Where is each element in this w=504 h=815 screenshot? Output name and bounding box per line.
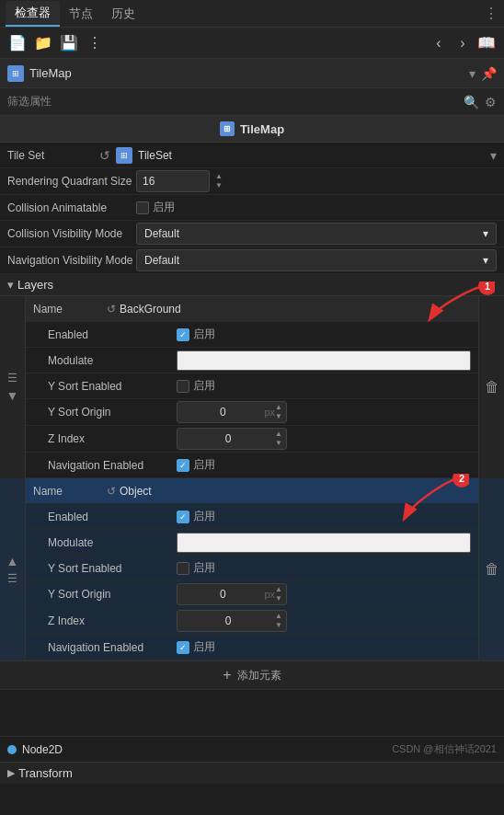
tile-set-label: Tile Set	[7, 149, 99, 162]
tab-nodes[interactable]: 节点	[60, 2, 102, 26]
layer-background-name-row: Name ↺ BackGround 1	[26, 296, 478, 322]
spin-down-icon[interactable]: ▼	[275, 439, 282, 448]
layer-background-nav-value: ✓ 启用	[177, 457, 471, 473]
nav-back-icon[interactable]: ‹	[429, 33, 449, 53]
layer-background-nav-checkbox[interactable]: ✓	[177, 459, 189, 472]
spin-up-icon[interactable]: ▲	[275, 403, 282, 412]
add-element-row[interactable]: + 添加元素	[0, 660, 504, 690]
ysort-origin-spinners[interactable]: ▲ ▼	[275, 403, 282, 421]
layer-object-delete[interactable]: 🗑	[478, 478, 504, 660]
spin-down-icon[interactable]: ▼	[215, 181, 223, 190]
layer-background-modulate-value	[177, 350, 471, 371]
layer-background-modulate-row: Modulate	[26, 348, 478, 373]
rendering-quadrant-size-value: 16 ▲ ▼	[136, 170, 497, 192]
layer-background-ysort-row: Y Sort Enabled 启用	[26, 373, 478, 399]
nav-forward-icon[interactable]: ›	[452, 33, 473, 53]
rendering-quadrant-size-input[interactable]: 16	[136, 170, 210, 192]
obj-zindex-spinners[interactable]: ▲ ▼	[275, 612, 282, 630]
layer-object-nav-checkbox[interactable]: ✓	[177, 641, 189, 654]
check-icon: ✓	[179, 330, 187, 339]
spin-up-icon[interactable]: ▲	[275, 430, 282, 439]
more-options-icon[interactable]: ⋮	[85, 33, 105, 53]
section-header-tilemap: ⊞ TileMap	[0, 116, 504, 143]
layer-background-zindex-value: 0 ▲ ▼	[177, 428, 471, 450]
layer-object-undo-icon[interactable]: ↺	[107, 485, 116, 498]
layer-move-down-icon[interactable]: ▼	[6, 388, 19, 403]
layers-header[interactable]: ▾ Layers	[0, 274, 504, 296]
layer-object-enabled-checkbox[interactable]: ✓	[177, 511, 189, 523]
layer-background-nav-wrap: ✓ 启用	[177, 457, 215, 473]
transform-section[interactable]: ▶ Transform	[0, 762, 504, 784]
doc-icon[interactable]: 📖	[476, 33, 497, 53]
rendering-quadrant-spinners[interactable]: ▲ ▼	[215, 172, 223, 190]
tab-more-icon[interactable]: ⋮	[484, 5, 498, 22]
spin-down-icon[interactable]: ▼	[275, 412, 282, 421]
layer-move-up-icon[interactable]: ☰	[7, 372, 17, 385]
spin-down-icon[interactable]: ▼	[275, 621, 282, 630]
layer-background-ysort-origin-input[interactable]: 0 px ▲ ▼	[177, 401, 287, 423]
properties-scroll-area[interactable]: ⊞ TileMap Tile Set ↺ ⊞ TileSet ▾ Renderi…	[0, 116, 504, 736]
tile-set-control: ↺ ⊞ TileSet ▾	[99, 147, 497, 164]
spin-down-icon[interactable]: ▼	[275, 594, 282, 603]
layers-label: Layers	[17, 278, 53, 292]
layer-background-name-label: Name	[33, 303, 107, 316]
node-selector-dropdown-icon[interactable]: ▾	[469, 66, 475, 81]
layer-object-zindex-input[interactable]: 0 ▲ ▼	[177, 610, 287, 632]
layer-background-ysort-checkbox[interactable]	[177, 380, 189, 393]
node2d-dot	[7, 745, 17, 754]
obj-ysort-origin-spinners[interactable]: ▲ ▼	[275, 585, 282, 603]
layer-object-ysort-checkbox[interactable]	[177, 562, 189, 575]
layer-background-enabled-value: ✓ 启用	[177, 327, 471, 342]
filter-settings-icon[interactable]: ⚙	[485, 95, 497, 109]
open-file-icon[interactable]: 📁	[33, 33, 53, 53]
new-file-icon[interactable]: 📄	[7, 33, 28, 53]
spin-up-icon[interactable]: ▲	[275, 585, 282, 594]
navigation-visibility-mode-dropdown[interactable]: Default ▾	[136, 249, 497, 271]
tilemap-section-icon: ⊞	[220, 121, 235, 136]
layer-background-ysort-origin-label: Y Sort Origin	[48, 406, 177, 419]
layer-background-delete[interactable]: 🗑	[478, 296, 504, 478]
layer-object-ysort-value: 启用	[177, 560, 471, 576]
layer-object-delete-icon[interactable]: 🗑	[485, 561, 499, 578]
transform-toggle-icon[interactable]: ▶	[7, 767, 15, 779]
layer-object-enabled-label: Enabled	[48, 511, 177, 523]
tile-set-undo-icon[interactable]: ↺	[99, 148, 110, 163]
layer-background-ysort-wrap: 启用	[177, 378, 215, 394]
layers-toggle-icon[interactable]: ▾	[7, 278, 14, 292]
layer-background-undo-icon[interactable]: ↺	[107, 303, 116, 316]
add-element-label: 添加元素	[237, 668, 281, 683]
spin-up-icon[interactable]: ▲	[215, 172, 223, 181]
tilemap-icon: ⊞	[7, 65, 24, 82]
layer-object-enabled-text: 启用	[193, 509, 215, 524]
layer-background-enabled-checkbox[interactable]: ✓	[177, 328, 189, 341]
layer-object-nav-wrap: ✓ 启用	[177, 639, 215, 655]
filter-row: 筛选属性 🔍 ⚙	[0, 88, 504, 116]
layer-background-zindex-row: Z Index 0 ▲ ▼	[26, 426, 478, 453]
layer-object-name-value: Object	[120, 485, 152, 498]
navigation-visibility-mode-value: Default ▾	[136, 249, 497, 271]
layer-object-move-icon[interactable]: ☰	[7, 572, 17, 585]
layer-object-ysort-origin-input[interactable]: 0 px ▲ ▼	[177, 583, 287, 605]
save-file-icon[interactable]: 💾	[59, 33, 79, 53]
layer-object-ysort-text: 启用	[193, 560, 215, 576]
tile-set-dropdown-icon[interactable]: ▾	[490, 148, 497, 163]
node-selector[interactable]: ⊞ TileMap ▾ 📌	[0, 59, 504, 88]
tab-inspector[interactable]: 检查器	[6, 1, 60, 27]
collision-animatable-checkbox[interactable]	[136, 201, 149, 214]
layer-background-nav-row: Navigation Enabled ✓ 启用	[26, 453, 478, 478]
layer-object-zindex-value: 0 ▲ ▼	[177, 610, 471, 632]
tab-bar: 检查器 节点 历史 ⋮	[0, 0, 504, 28]
navigation-visibility-mode-label: Navigation Visibility Mode	[7, 254, 136, 267]
spin-up-icon[interactable]: ▲	[275, 612, 282, 621]
layer-background-color-swatch[interactable]	[177, 350, 471, 371]
layer-background-delete-icon[interactable]: 🗑	[485, 379, 499, 396]
collision-visibility-mode-dropdown[interactable]: Default ▾	[136, 223, 497, 245]
layer-object-nav-label: Navigation Enabled	[48, 641, 177, 654]
node-selector-pin-icon[interactable]: 📌	[481, 66, 497, 81]
layer-object-move-up-icon[interactable]: ▲	[6, 554, 19, 568]
layer-background-zindex-input[interactable]: 0 ▲ ▼	[177, 428, 287, 450]
zindex-spinners[interactable]: ▲ ▼	[275, 430, 282, 448]
layer-object-color-swatch[interactable]	[177, 533, 471, 553]
tab-history[interactable]: 历史	[102, 2, 144, 26]
filter-search-icon[interactable]: 🔍	[464, 95, 479, 109]
